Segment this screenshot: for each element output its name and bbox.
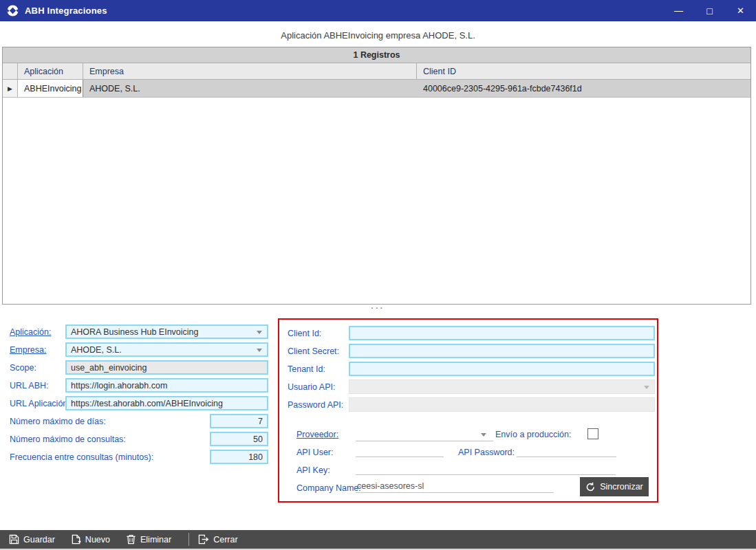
label-api-key: API Key: bbox=[296, 465, 330, 475]
chevron-down-icon bbox=[481, 433, 486, 437]
api-credentials-panel: Client Id: Client Secret: Tenant Id: Usu… bbox=[278, 318, 658, 503]
cell-client-id[interactable]: 40006ce9-2305-4295-961a-fcbde7436f1d bbox=[417, 80, 750, 97]
api-key-input[interactable] bbox=[356, 462, 616, 475]
splitter-handle[interactable]: ··· bbox=[0, 305, 756, 311]
guardar-button[interactable]: Guardar bbox=[9, 530, 64, 549]
api-password-input[interactable] bbox=[517, 444, 616, 457]
titlebar: ABH Integraciones — □ ✕ bbox=[0, 0, 756, 21]
sincronizar-button[interactable]: Sincronizar bbox=[580, 477, 649, 496]
grid-gutter-header bbox=[3, 63, 18, 79]
proveedor-dropdown[interactable] bbox=[356, 428, 493, 441]
table-row[interactable]: ▶ ABHEInvoicing AHODE, S.L. 40006ce9-230… bbox=[3, 80, 750, 98]
refresh-icon bbox=[585, 482, 596, 492]
window-title: ABH Integraciones bbox=[25, 6, 107, 16]
toolbar-separator bbox=[188, 533, 189, 546]
label-url-abh: URL ABH: bbox=[10, 381, 49, 390]
max-consultas-input[interactable] bbox=[210, 432, 268, 446]
envio-produccion-checkbox[interactable] bbox=[587, 428, 598, 439]
column-header-empresa[interactable]: Empresa bbox=[83, 63, 417, 79]
nuevo-button[interactable]: Nuevo bbox=[71, 530, 119, 549]
page-title: Aplicación ABHEInvoicing empresa AHODE, … bbox=[0, 30, 756, 41]
label-max-dias: Número máximo de días: bbox=[10, 417, 106, 426]
label-usuario-api: Usuario API: bbox=[288, 382, 335, 392]
scope-input[interactable] bbox=[65, 360, 268, 375]
label-api-user: API User: bbox=[296, 448, 334, 457]
label-client-secret: Client Secret: bbox=[288, 346, 339, 356]
label-scope: Scope: bbox=[10, 363, 36, 373]
label-frecuencia: Frecuencia entre consultas (minutos): bbox=[10, 452, 153, 462]
minimize-button[interactable]: — bbox=[663, 0, 694, 21]
label-url-aplicacion: URL Aplicación: bbox=[10, 399, 70, 408]
label-proveedor[interactable]: Proveedor: bbox=[296, 430, 338, 439]
grid-count-header: 1 Registros bbox=[3, 47, 750, 63]
row-selector-cell: ▶ bbox=[3, 80, 18, 97]
column-header-client-id[interactable]: Client ID bbox=[417, 63, 750, 79]
frecuencia-input[interactable] bbox=[210, 450, 268, 464]
chevron-down-icon bbox=[644, 386, 649, 389]
aplicacion-dropdown-value: AHORA Business Hub EInvoicing bbox=[71, 327, 199, 337]
row-selector-icon: ▶ bbox=[8, 85, 12, 92]
eliminar-button[interactable]: Eliminar bbox=[126, 530, 180, 549]
label-password-api: Password API: bbox=[288, 400, 343, 410]
label-empresa[interactable]: Empresa: bbox=[10, 345, 47, 355]
aplicacion-dropdown[interactable]: AHORA Business Hub EInvoicing bbox=[65, 324, 268, 339]
empresa-dropdown[interactable]: AHODE, S.L. bbox=[65, 342, 268, 357]
password-api-input bbox=[349, 397, 655, 412]
label-max-consultas: Número máximo de consultas: bbox=[10, 434, 126, 444]
url-abh-input[interactable] bbox=[65, 378, 268, 393]
new-document-icon bbox=[71, 534, 81, 544]
label-aplicacion[interactable]: Aplicación: bbox=[10, 327, 51, 337]
column-header-aplicacion[interactable]: Aplicación bbox=[18, 63, 83, 79]
grid-column-headers: Aplicación Empresa Client ID bbox=[3, 63, 750, 80]
tenant-id-input[interactable] bbox=[349, 362, 655, 376]
chevron-down-icon bbox=[257, 331, 262, 334]
cell-empresa[interactable]: AHODE, S.L. bbox=[83, 80, 417, 97]
usuario-api-dropdown bbox=[349, 380, 655, 394]
window-controls: — □ ✕ bbox=[663, 0, 756, 21]
label-company-name: Company Name: bbox=[296, 483, 361, 493]
cerrar-button[interactable]: Cerrar bbox=[198, 530, 246, 549]
maximize-button[interactable]: □ bbox=[694, 0, 725, 21]
label-tenant-id: Tenant Id: bbox=[288, 364, 325, 374]
label-api-password: API Password: bbox=[458, 448, 515, 457]
nuevo-label: Nuevo bbox=[85, 535, 110, 544]
chevron-down-icon bbox=[257, 349, 262, 352]
company-name-input[interactable] bbox=[356, 480, 554, 493]
eliminar-label: Eliminar bbox=[140, 535, 171, 544]
api-user-input[interactable] bbox=[356, 444, 444, 457]
label-client-id: Client Id: bbox=[288, 329, 321, 338]
cerrar-label: Cerrar bbox=[213, 535, 237, 544]
sincronizar-label: Sincronizar bbox=[600, 482, 643, 492]
exit-icon bbox=[198, 534, 209, 544]
app-logo-icon bbox=[7, 5, 19, 16]
guardar-label: Guardar bbox=[23, 535, 55, 544]
cell-aplicacion[interactable]: ABHEInvoicing bbox=[18, 80, 83, 97]
max-dias-input[interactable] bbox=[210, 414, 268, 428]
empresa-dropdown-value: AHODE, S.L. bbox=[71, 345, 122, 355]
label-envio-produccion: Envío a producción: bbox=[495, 430, 572, 439]
url-aplicacion-input[interactable] bbox=[65, 396, 268, 410]
trash-icon bbox=[126, 534, 136, 544]
close-button[interactable]: ✕ bbox=[725, 0, 756, 21]
save-icon bbox=[9, 534, 19, 544]
client-id-input[interactable] bbox=[349, 326, 655, 340]
records-grid: 1 Registros Aplicación Empresa Client ID… bbox=[2, 47, 751, 305]
bottom-toolbar: Guardar Nuevo Eliminar Cerrar bbox=[0, 530, 756, 549]
client-secret-input[interactable] bbox=[349, 344, 655, 358]
